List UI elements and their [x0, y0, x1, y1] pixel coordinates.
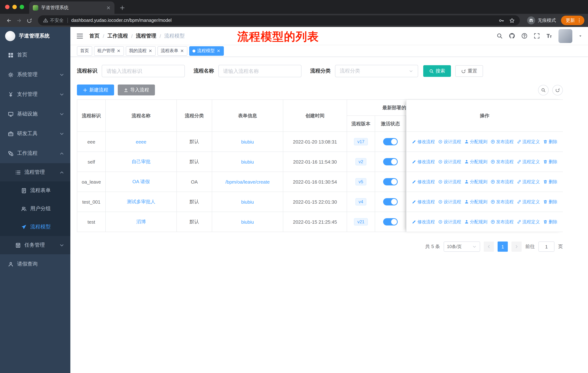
prev-page-button[interactable] [484, 242, 494, 252]
process-name-link[interactable]: 滔博 [136, 219, 146, 225]
breadcrumb-item[interactable]: 工作流程 [107, 33, 128, 39]
tag-home[interactable]: 首页 [77, 46, 92, 56]
app-logo[interactable]: 芋道管理系统 [0, 27, 70, 45]
sidebar-item-process-model[interactable]: 流程模型 [0, 218, 70, 236]
process-name-link[interactable]: OA 请假 [132, 179, 150, 185]
sidebar-item-process-management[interactable]: 流程管理 [0, 163, 70, 181]
active-toggle[interactable] [383, 158, 398, 165]
action-publish-process[interactable]: 发布流程 [491, 219, 514, 225]
user-avatar[interactable] [558, 29, 572, 43]
help-icon[interactable] [521, 33, 527, 39]
new-tab-button[interactable] [120, 5, 125, 10]
action-delete[interactable]: 删除 [543, 179, 557, 185]
process-name-link[interactable]: eeee [136, 139, 146, 144]
zoom-window-button[interactable] [20, 5, 24, 9]
next-page-button[interactable] [511, 242, 522, 252]
tag-process-form[interactable]: 流程表单 [158, 46, 187, 56]
close-icon[interactable] [117, 49, 121, 53]
breadcrumb-item[interactable]: 首页 [89, 33, 100, 39]
font-size-icon[interactable] [546, 33, 552, 39]
process-key-input[interactable] [102, 65, 185, 77]
process-name-link[interactable]: 自己审批 [132, 159, 151, 165]
close-icon[interactable] [217, 49, 220, 53]
col-header-created-time[interactable]: 创建时间 [283, 100, 347, 132]
action-delete[interactable]: 删除 [543, 159, 557, 165]
security-indicator[interactable]: 不安全 [43, 17, 64, 23]
fullscreen-icon[interactable] [534, 33, 540, 39]
address-bar[interactable]: 不安全 dashboard.yudao.iocoder.cn/bpm/manag… [38, 15, 520, 26]
sidebar-item-system-management[interactable]: 系统管理 [0, 65, 70, 84]
col-header-form-info[interactable]: 表单信息 [212, 100, 283, 132]
create-process-button[interactable]: 新建流程 [77, 84, 114, 95]
active-toggle[interactable] [383, 218, 398, 225]
form-info-link[interactable]: biubiu [241, 139, 254, 144]
active-toggle[interactable] [383, 198, 398, 205]
action-modify-process[interactable]: 修改流程 [412, 199, 435, 205]
sidebar-item-payment-management[interactable]: 支付管理 [0, 84, 70, 104]
action-process-definition[interactable]: 流程定义 [517, 219, 540, 225]
action-design-process[interactable]: 设计流程 [438, 159, 461, 165]
back-icon[interactable] [4, 15, 14, 26]
action-process-definition[interactable]: 流程定义 [517, 139, 540, 145]
hamburger-icon[interactable] [76, 32, 84, 40]
action-modify-process[interactable]: 修改流程 [412, 139, 435, 145]
col-header-process-name[interactable]: 流程名称 [106, 100, 177, 132]
action-publish-process[interactable]: 发布流程 [491, 139, 514, 145]
col-header-category[interactable]: 流程分类 [177, 100, 212, 132]
forward-icon[interactable] [14, 15, 24, 26]
col-header-version[interactable]: 流程版本 [347, 116, 375, 132]
sidebar-item-infrastructure[interactable]: 基础设施 [0, 104, 70, 124]
github-icon[interactable] [509, 33, 515, 39]
search-button[interactable]: 搜索 [423, 65, 451, 77]
refresh-table-button[interactable] [552, 85, 563, 95]
caret-down-icon[interactable] [578, 34, 582, 38]
active-toggle[interactable] [383, 178, 398, 185]
form-info-link[interactable]: biubiu [241, 199, 254, 204]
search-icon[interactable] [496, 33, 503, 39]
sidebar-item-task-management[interactable]: 任务管理 [0, 236, 70, 254]
update-button[interactable]: 更新 [561, 16, 584, 25]
tag-my-process[interactable]: 我的流程 [126, 46, 156, 56]
import-process-button[interactable]: 导入流程 [118, 84, 155, 95]
reset-button[interactable]: 重置 [455, 65, 483, 77]
close-icon[interactable] [180, 49, 184, 53]
form-info-link[interactable]: biubiu [241, 219, 254, 225]
close-icon[interactable] [148, 49, 152, 53]
action-process-definition[interactable]: 流程定义 [517, 159, 540, 165]
close-icon[interactable] [106, 5, 111, 10]
action-assign-rule[interactable]: 分配规则 [464, 199, 487, 205]
sidebar-item-process-form[interactable]: 流程表单 [0, 181, 70, 200]
category-select[interactable]: 流程分类 [335, 65, 418, 77]
form-info-link[interactable]: biubiu [241, 159, 254, 164]
action-assign-rule[interactable]: 分配规则 [464, 159, 487, 165]
goto-page-input[interactable] [538, 242, 555, 252]
browser-tab[interactable]: 芋道管理系统 [29, 1, 115, 14]
process-name-link[interactable]: 测试多审批人 [127, 199, 155, 205]
action-design-process[interactable]: 设计流程 [438, 199, 461, 205]
tag-process-model[interactable]: 流程模型 [189, 46, 224, 56]
action-publish-process[interactable]: 发布流程 [491, 199, 514, 205]
action-process-definition[interactable]: 流程定义 [517, 179, 540, 185]
action-publish-process[interactable]: 发布流程 [491, 179, 514, 185]
active-toggle[interactable] [383, 138, 398, 145]
bookmark-star-icon[interactable] [509, 18, 515, 23]
action-modify-process[interactable]: 修改流程 [412, 219, 435, 225]
action-modify-process[interactable]: 修改流程 [412, 179, 435, 185]
toggle-search-button[interactable] [538, 85, 549, 95]
action-process-definition[interactable]: 流程定义 [517, 199, 540, 205]
tag-tenant-management[interactable]: 租户管理 [94, 46, 124, 56]
col-header-status[interactable]: 激活状态 [375, 116, 406, 132]
form-info-link[interactable]: /bpm/oa/leave/create [225, 179, 270, 184]
sidebar-item-user-group[interactable]: 用户分组 [0, 200, 70, 218]
action-assign-rule[interactable]: 分配规则 [464, 139, 487, 145]
page-number-1[interactable]: 1 [498, 242, 508, 252]
action-delete[interactable]: 删除 [543, 199, 557, 205]
action-assign-rule[interactable]: 分配规则 [464, 219, 487, 225]
key-icon[interactable] [499, 18, 504, 23]
minimize-window-button[interactable] [12, 5, 17, 9]
close-window-button[interactable] [5, 5, 10, 9]
action-delete[interactable]: 删除 [543, 139, 557, 145]
action-assign-rule[interactable]: 分配规则 [464, 179, 487, 185]
action-design-process[interactable]: 设计流程 [438, 219, 461, 225]
sidebar-item-home[interactable]: 首页 [0, 45, 70, 65]
